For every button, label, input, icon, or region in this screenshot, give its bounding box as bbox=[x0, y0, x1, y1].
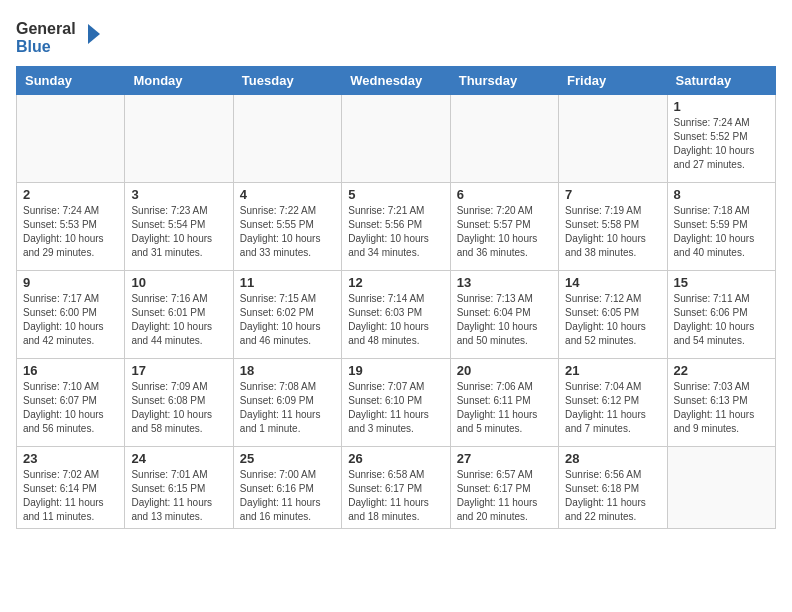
day-info: Sunrise: 7:00 AM Sunset: 6:16 PM Dayligh… bbox=[240, 468, 335, 524]
day-number: 18 bbox=[240, 363, 335, 378]
day-number: 26 bbox=[348, 451, 443, 466]
day-number: 11 bbox=[240, 275, 335, 290]
weekday-header-sunday: Sunday bbox=[17, 67, 125, 95]
day-info: Sunrise: 7:11 AM Sunset: 6:06 PM Dayligh… bbox=[674, 292, 769, 348]
day-info: Sunrise: 7:21 AM Sunset: 5:56 PM Dayligh… bbox=[348, 204, 443, 260]
day-number: 3 bbox=[131, 187, 226, 202]
day-cell: 2Sunrise: 7:24 AM Sunset: 5:53 PM Daylig… bbox=[17, 183, 125, 271]
day-info: Sunrise: 7:22 AM Sunset: 5:55 PM Dayligh… bbox=[240, 204, 335, 260]
day-info: Sunrise: 7:01 AM Sunset: 6:15 PM Dayligh… bbox=[131, 468, 226, 524]
day-info: Sunrise: 6:58 AM Sunset: 6:17 PM Dayligh… bbox=[348, 468, 443, 524]
day-info: Sunrise: 7:24 AM Sunset: 5:53 PM Dayligh… bbox=[23, 204, 118, 260]
day-info: Sunrise: 7:10 AM Sunset: 6:07 PM Dayligh… bbox=[23, 380, 118, 436]
day-cell: 18Sunrise: 7:08 AM Sunset: 6:09 PM Dayli… bbox=[233, 359, 341, 447]
day-info: Sunrise: 7:20 AM Sunset: 5:57 PM Dayligh… bbox=[457, 204, 552, 260]
weekday-header-saturday: Saturday bbox=[667, 67, 775, 95]
day-info: Sunrise: 7:06 AM Sunset: 6:11 PM Dayligh… bbox=[457, 380, 552, 436]
day-cell: 26Sunrise: 6:58 AM Sunset: 6:17 PM Dayli… bbox=[342, 447, 450, 529]
week-row-2: 2Sunrise: 7:24 AM Sunset: 5:53 PM Daylig… bbox=[17, 183, 776, 271]
logo: GeneralBlue bbox=[16, 16, 106, 56]
day-cell: 3Sunrise: 7:23 AM Sunset: 5:54 PM Daylig… bbox=[125, 183, 233, 271]
svg-text:General: General bbox=[16, 20, 76, 37]
day-cell bbox=[125, 95, 233, 183]
day-info: Sunrise: 7:12 AM Sunset: 6:05 PM Dayligh… bbox=[565, 292, 660, 348]
day-cell: 7Sunrise: 7:19 AM Sunset: 5:58 PM Daylig… bbox=[559, 183, 667, 271]
day-cell bbox=[450, 95, 558, 183]
day-cell: 9Sunrise: 7:17 AM Sunset: 6:00 PM Daylig… bbox=[17, 271, 125, 359]
week-row-3: 9Sunrise: 7:17 AM Sunset: 6:00 PM Daylig… bbox=[17, 271, 776, 359]
day-cell bbox=[233, 95, 341, 183]
day-info: Sunrise: 7:15 AM Sunset: 6:02 PM Dayligh… bbox=[240, 292, 335, 348]
day-number: 24 bbox=[131, 451, 226, 466]
day-info: Sunrise: 6:57 AM Sunset: 6:17 PM Dayligh… bbox=[457, 468, 552, 524]
day-number: 23 bbox=[23, 451, 118, 466]
day-cell bbox=[17, 95, 125, 183]
week-row-5: 23Sunrise: 7:02 AM Sunset: 6:14 PM Dayli… bbox=[17, 447, 776, 529]
day-info: Sunrise: 7:08 AM Sunset: 6:09 PM Dayligh… bbox=[240, 380, 335, 436]
day-cell: 21Sunrise: 7:04 AM Sunset: 6:12 PM Dayli… bbox=[559, 359, 667, 447]
day-number: 13 bbox=[457, 275, 552, 290]
weekday-header-monday: Monday bbox=[125, 67, 233, 95]
svg-text:Blue: Blue bbox=[16, 38, 51, 55]
day-cell: 12Sunrise: 7:14 AM Sunset: 6:03 PM Dayli… bbox=[342, 271, 450, 359]
day-info: Sunrise: 7:18 AM Sunset: 5:59 PM Dayligh… bbox=[674, 204, 769, 260]
day-number: 1 bbox=[674, 99, 769, 114]
day-number: 2 bbox=[23, 187, 118, 202]
day-cell: 13Sunrise: 7:13 AM Sunset: 6:04 PM Dayli… bbox=[450, 271, 558, 359]
calendar-table: SundayMondayTuesdayWednesdayThursdayFrid… bbox=[16, 66, 776, 529]
day-number: 28 bbox=[565, 451, 660, 466]
day-cell: 10Sunrise: 7:16 AM Sunset: 6:01 PM Dayli… bbox=[125, 271, 233, 359]
day-number: 25 bbox=[240, 451, 335, 466]
day-number: 12 bbox=[348, 275, 443, 290]
day-cell: 24Sunrise: 7:01 AM Sunset: 6:15 PM Dayli… bbox=[125, 447, 233, 529]
day-cell: 11Sunrise: 7:15 AM Sunset: 6:02 PM Dayli… bbox=[233, 271, 341, 359]
day-cell: 22Sunrise: 7:03 AM Sunset: 6:13 PM Dayli… bbox=[667, 359, 775, 447]
day-cell: 6Sunrise: 7:20 AM Sunset: 5:57 PM Daylig… bbox=[450, 183, 558, 271]
day-number: 20 bbox=[457, 363, 552, 378]
day-cell: 28Sunrise: 6:56 AM Sunset: 6:18 PM Dayli… bbox=[559, 447, 667, 529]
day-info: Sunrise: 7:13 AM Sunset: 6:04 PM Dayligh… bbox=[457, 292, 552, 348]
day-cell: 27Sunrise: 6:57 AM Sunset: 6:17 PM Dayli… bbox=[450, 447, 558, 529]
day-info: Sunrise: 7:24 AM Sunset: 5:52 PM Dayligh… bbox=[674, 116, 769, 172]
day-info: Sunrise: 7:09 AM Sunset: 6:08 PM Dayligh… bbox=[131, 380, 226, 436]
day-number: 17 bbox=[131, 363, 226, 378]
day-number: 9 bbox=[23, 275, 118, 290]
day-cell: 5Sunrise: 7:21 AM Sunset: 5:56 PM Daylig… bbox=[342, 183, 450, 271]
weekday-header-friday: Friday bbox=[559, 67, 667, 95]
day-cell bbox=[667, 447, 775, 529]
day-info: Sunrise: 6:56 AM Sunset: 6:18 PM Dayligh… bbox=[565, 468, 660, 524]
day-cell: 17Sunrise: 7:09 AM Sunset: 6:08 PM Dayli… bbox=[125, 359, 233, 447]
day-cell: 4Sunrise: 7:22 AM Sunset: 5:55 PM Daylig… bbox=[233, 183, 341, 271]
day-info: Sunrise: 7:17 AM Sunset: 6:00 PM Dayligh… bbox=[23, 292, 118, 348]
weekday-header-row: SundayMondayTuesdayWednesdayThursdayFrid… bbox=[17, 67, 776, 95]
day-number: 4 bbox=[240, 187, 335, 202]
day-info: Sunrise: 7:04 AM Sunset: 6:12 PM Dayligh… bbox=[565, 380, 660, 436]
day-cell: 8Sunrise: 7:18 AM Sunset: 5:59 PM Daylig… bbox=[667, 183, 775, 271]
day-cell: 20Sunrise: 7:06 AM Sunset: 6:11 PM Dayli… bbox=[450, 359, 558, 447]
week-row-1: 1Sunrise: 7:24 AM Sunset: 5:52 PM Daylig… bbox=[17, 95, 776, 183]
svg-marker-2 bbox=[88, 24, 100, 44]
day-info: Sunrise: 7:16 AM Sunset: 6:01 PM Dayligh… bbox=[131, 292, 226, 348]
day-number: 15 bbox=[674, 275, 769, 290]
day-number: 5 bbox=[348, 187, 443, 202]
weekday-header-tuesday: Tuesday bbox=[233, 67, 341, 95]
week-row-4: 16Sunrise: 7:10 AM Sunset: 6:07 PM Dayli… bbox=[17, 359, 776, 447]
day-info: Sunrise: 7:23 AM Sunset: 5:54 PM Dayligh… bbox=[131, 204, 226, 260]
day-cell bbox=[559, 95, 667, 183]
day-cell bbox=[342, 95, 450, 183]
day-number: 10 bbox=[131, 275, 226, 290]
day-info: Sunrise: 7:07 AM Sunset: 6:10 PM Dayligh… bbox=[348, 380, 443, 436]
day-number: 8 bbox=[674, 187, 769, 202]
day-info: Sunrise: 7:19 AM Sunset: 5:58 PM Dayligh… bbox=[565, 204, 660, 260]
day-number: 14 bbox=[565, 275, 660, 290]
day-cell: 14Sunrise: 7:12 AM Sunset: 6:05 PM Dayli… bbox=[559, 271, 667, 359]
day-info: Sunrise: 7:14 AM Sunset: 6:03 PM Dayligh… bbox=[348, 292, 443, 348]
day-info: Sunrise: 7:03 AM Sunset: 6:13 PM Dayligh… bbox=[674, 380, 769, 436]
weekday-header-thursday: Thursday bbox=[450, 67, 558, 95]
day-number: 6 bbox=[457, 187, 552, 202]
day-number: 7 bbox=[565, 187, 660, 202]
day-number: 22 bbox=[674, 363, 769, 378]
day-cell: 16Sunrise: 7:10 AM Sunset: 6:07 PM Dayli… bbox=[17, 359, 125, 447]
day-cell: 23Sunrise: 7:02 AM Sunset: 6:14 PM Dayli… bbox=[17, 447, 125, 529]
page-header: GeneralBlue bbox=[16, 16, 776, 56]
